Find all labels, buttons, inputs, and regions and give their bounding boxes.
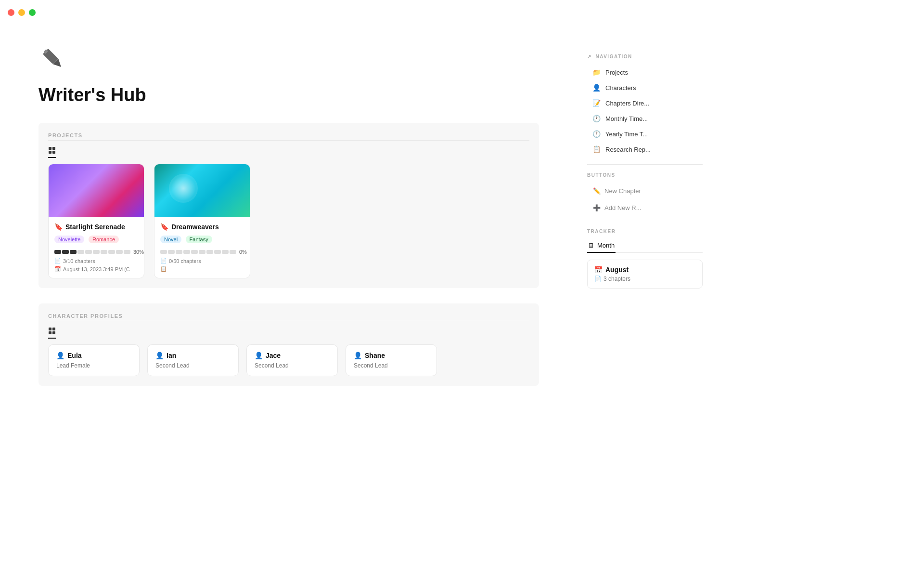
tag-novel: Novel <box>160 236 181 243</box>
doc-icon: 📄 <box>594 276 602 282</box>
character-card-ian[interactable]: 👤 Ian Second Lead <box>147 344 239 376</box>
character-card-eula[interactable]: 👤 Eula Lead Female <box>48 344 140 376</box>
titlebar <box>0 0 924 25</box>
date-starlight: 📅 August 13, 2023 3:49 PM (C <box>54 266 138 272</box>
project-tags-starlight: Novelette Romance <box>54 235 138 245</box>
minimize-button[interactable] <box>18 9 25 16</box>
character-name-eula: 👤 Eula <box>56 352 131 359</box>
characters-section: CHARACTER PROFILES 👤 Eula Lead Female <box>38 303 539 386</box>
pencil-icon: ✏️ <box>593 187 601 195</box>
project-title-starlight: 🔖 Starlight Serenade <box>54 223 138 231</box>
dw-seg4 <box>183 250 190 254</box>
dw-seg7 <box>206 250 213 254</box>
svg-rect-5 <box>49 151 51 154</box>
tag-romance: Romance <box>89 236 119 243</box>
svg-rect-10 <box>52 331 55 334</box>
sidebar-item-chapters[interactable]: 📝 Chapters Dire... <box>587 96 703 110</box>
progress-bar-dreamweavers <box>160 250 236 254</box>
sidebar-item-characters[interactable]: 👤 Characters <box>587 80 703 95</box>
character-name-jace: 👤 Jace <box>255 352 330 359</box>
sidebar-item-projects[interactable]: 📁 Projects <box>587 65 703 79</box>
dw-seg2 <box>168 250 175 254</box>
projects-section: PROJECTS 🔖 Starlight Serenade <box>38 123 539 288</box>
character-role-eula: Lead Female <box>56 362 131 369</box>
progress-label-starlight: 30% <box>133 249 144 255</box>
bookmark-icon-dw: 🔖 <box>160 223 168 231</box>
character-name-ian: 👤 Ian <box>155 352 231 359</box>
character-name-shane: 👤 Shane <box>354 352 429 359</box>
character-role-jace: Second Lead <box>255 362 330 369</box>
tracker-item-august[interactable]: 📅 August 📄 3 chapters <box>587 260 703 289</box>
svg-rect-9 <box>49 331 51 334</box>
tracker-section: TRACKER 🗓 Month 📅 August 📄 3 chapters <box>587 229 703 289</box>
tracker-item-meta-august: 📄 3 chapters <box>594 276 695 282</box>
dw-seg3 <box>176 250 182 254</box>
tracker-item-title-august: 📅 August <box>594 266 695 274</box>
tracker-title: TRACKER <box>587 229 703 234</box>
seg2 <box>62 250 69 254</box>
svg-rect-3 <box>49 147 51 150</box>
projects-view-toggle[interactable] <box>48 146 56 158</box>
project-card-body-starlight: 🔖 Starlight Serenade Novelette Romance <box>49 217 144 278</box>
progress-bar-starlight <box>54 250 130 254</box>
seg4 <box>77 250 84 254</box>
project-card-dreamweavers[interactable]: 🔖 Dreamweavers Novel Fantasy <box>154 164 250 278</box>
character-role-shane: Second Lead <box>354 362 429 369</box>
clock-icon-yearly: 🕐 <box>592 130 601 138</box>
characters-grid: 👤 Eula Lead Female 👤 Ian Second Lead 👤 <box>48 344 529 376</box>
progress-starlight: 30% <box>54 249 138 255</box>
project-card-body-dreamweavers: 🔖 Dreamweavers Novel Fantasy <box>154 217 250 278</box>
seg7 <box>101 250 107 254</box>
project-image-starlight <box>49 164 144 217</box>
project-title-dreamweavers: 🔖 Dreamweavers <box>160 223 244 231</box>
calendar-icon: 🗓 <box>588 242 594 249</box>
dw-seg10 <box>230 250 236 254</box>
sidebar-item-research[interactable]: 📋 Research Rep... <box>587 142 703 157</box>
close-button[interactable] <box>8 9 14 16</box>
page-title: Writer's Hub <box>38 85 539 105</box>
sidebar-item-monthly[interactable]: 🕐 Monthly Time... <box>587 111 703 126</box>
tracker-tabs: 🗓 Month <box>587 239 703 253</box>
new-chapter-button[interactable]: ✏️ New Chapter <box>587 184 703 198</box>
folder-icon: 📁 <box>592 68 601 76</box>
seg5 <box>85 250 92 254</box>
page-icon <box>38 44 539 77</box>
maximize-button[interactable] <box>29 9 36 16</box>
sidebar-navigation: ↗ NAVIGATION 📁 Projects 👤 Characters 📝 C… <box>587 54 703 157</box>
person-icon-jace: 👤 <box>255 352 263 359</box>
svg-rect-4 <box>52 147 55 150</box>
chapters-dreamweavers: 📄 0/50 chapters <box>160 258 244 264</box>
add-new-r-button[interactable]: ➕ Add New R... <box>587 200 703 215</box>
characters-view-toggle[interactable] <box>48 327 56 339</box>
seg8 <box>108 250 115 254</box>
character-card-shane[interactable]: 👤 Shane Second Lead <box>346 344 437 376</box>
progress-dreamweavers: 0% <box>160 249 244 255</box>
person-icon-ian: 👤 <box>155 352 164 359</box>
project-card-starlight[interactable]: 🔖 Starlight Serenade Novelette Romance <box>48 164 144 278</box>
dw-seg6 <box>199 250 205 254</box>
research-icon: 📋 <box>592 145 601 153</box>
svg-rect-7 <box>49 328 51 330</box>
clock-icon-monthly: 🕐 <box>592 115 601 122</box>
progress-label-dreamweavers: 0% <box>239 249 247 255</box>
seg3 <box>70 250 77 254</box>
seg9 <box>116 250 123 254</box>
characters-section-header: CHARACTER PROFILES <box>48 313 529 321</box>
dw-seg1 <box>160 250 167 254</box>
dw-seg9 <box>222 250 229 254</box>
sidebar: ↗ NAVIGATION 📁 Projects 👤 Characters 📝 C… <box>578 25 712 578</box>
content-area: Writer's Hub PROJECTS 🔖 <box>0 25 578 578</box>
sidebar-item-yearly[interactable]: 🕐 Yearly Time T... <box>587 127 703 141</box>
seg10 <box>124 250 130 254</box>
person-icon-eula: 👤 <box>56 352 64 359</box>
dw-seg8 <box>214 250 221 254</box>
seg6 <box>93 250 100 254</box>
svg-rect-6 <box>52 151 55 154</box>
chapters-icon: 📝 <box>592 99 601 107</box>
seg1 <box>54 250 61 254</box>
dw-seg5 <box>191 250 198 254</box>
character-role-ian: Second Lead <box>155 362 231 369</box>
bookmark-icon: 🔖 <box>54 223 63 231</box>
tracker-tab-month[interactable]: 🗓 Month <box>587 239 616 253</box>
character-card-jace[interactable]: 👤 Jace Second Lead <box>246 344 338 376</box>
